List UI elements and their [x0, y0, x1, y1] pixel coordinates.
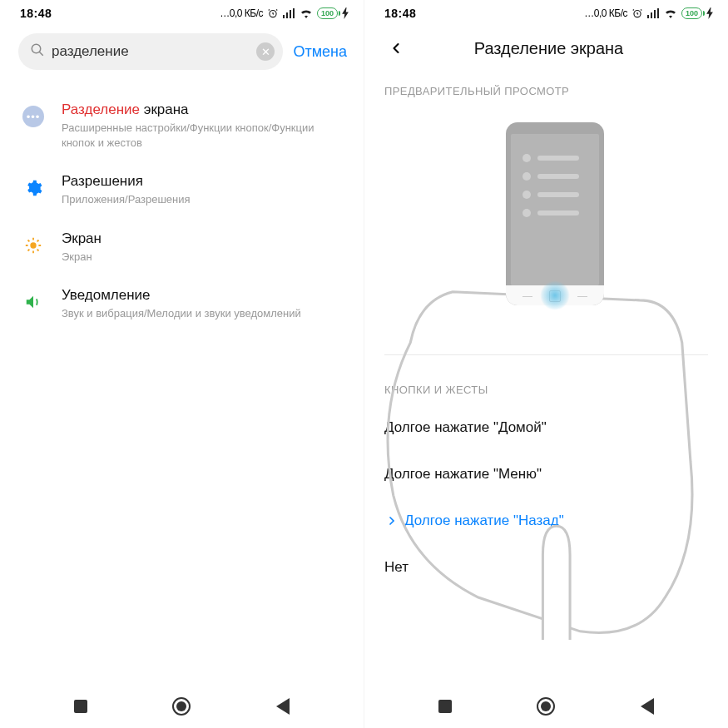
- search-box[interactable]: ✕: [18, 33, 283, 70]
- status-time: 18:48: [384, 7, 416, 20]
- status-bar: 18:48 …0,0 КБ/с 100: [364, 0, 728, 25]
- page-title: Разделение экрана: [383, 39, 715, 58]
- result-subtitle: Расширенные настройки/Функции кнопок/Фун…: [62, 121, 347, 150]
- option-label: Долгое нажатие "Домой": [384, 419, 708, 436]
- wifi-icon: [300, 8, 313, 18]
- svg-point-5: [32, 44, 41, 53]
- highlighted-text: Разделение: [62, 102, 140, 117]
- result-title: Разделение экрана: [62, 102, 347, 118]
- check-icon: [384, 513, 399, 528]
- more-icon: •••: [22, 106, 44, 127]
- search-result-notification[interactable]: Уведомление Звук и вибрация/Мелодии и зв…: [18, 275, 347, 333]
- search-result-screen[interactable]: Экран Экран: [18, 219, 347, 276]
- option-long-press-menu[interactable]: Долгое нажатие "Меню": [384, 451, 708, 498]
- touch-indicator-icon: [540, 280, 570, 310]
- result-title: Уведомление: [62, 287, 347, 304]
- search-icon: [30, 42, 45, 61]
- navigation-bar: [0, 688, 364, 728]
- option-label: Долгое нажатие "Меню": [384, 466, 708, 483]
- alarm-icon: [631, 7, 643, 19]
- nav-recents-button[interactable]: [435, 696, 455, 716]
- cancel-button[interactable]: Отмена: [290, 43, 350, 61]
- option-none[interactable]: Нет: [384, 544, 708, 591]
- result-subtitle: Экран: [62, 250, 347, 265]
- charging-icon: [342, 7, 349, 19]
- nav-recents-button[interactable]: [71, 696, 91, 716]
- svg-rect-11: [657, 8, 659, 18]
- status-indicators: …0,0 КБ/с 100: [220, 7, 349, 19]
- nav-home-button[interactable]: [536, 696, 556, 716]
- status-speed: 0,0 КБ/с: [594, 7, 627, 19]
- option-long-press-home[interactable]: Долгое нажатие "Домой": [384, 404, 708, 451]
- status-bar: 18:48 …0,0 КБ/с 100: [0, 0, 364, 25]
- alarm-icon: [267, 7, 279, 19]
- search-result-split-screen[interactable]: ••• Разделение экрана Расширенные настро…: [18, 90, 347, 161]
- gesture-preview: [384, 106, 708, 355]
- signal-icon: [283, 8, 295, 18]
- nav-back-button[interactable]: [637, 696, 657, 716]
- option-long-press-back[interactable]: Долгое нажатие "Назад": [384, 498, 708, 544]
- clear-search-button[interactable]: ✕: [256, 42, 275, 61]
- volume-icon: [24, 293, 42, 311]
- svg-rect-1: [283, 15, 285, 18]
- svg-rect-9: [651, 12, 652, 18]
- option-label: Нет: [384, 559, 708, 576]
- status-speed: 0,0 КБ/с: [230, 7, 263, 19]
- gear-icon: [24, 179, 42, 197]
- battery-icon: 100: [681, 7, 702, 19]
- battery-icon: 100: [317, 7, 338, 19]
- nav-back-button[interactable]: [273, 696, 293, 716]
- status-indicators: …0,0 КБ/с 100: [584, 7, 713, 19]
- svg-rect-3: [290, 10, 291, 18]
- svg-rect-10: [654, 10, 656, 18]
- result-rest: экрана: [140, 102, 189, 117]
- status-time: 18:48: [20, 7, 52, 20]
- search-input[interactable]: [52, 43, 256, 60]
- svg-rect-8: [647, 15, 649, 18]
- result-subtitle: Звук и вибрация/Мелодии и звуки уведомле…: [62, 306, 347, 321]
- svg-point-6: [30, 242, 36, 248]
- svg-rect-2: [286, 12, 288, 18]
- signal-icon: [647, 8, 660, 18]
- result-subtitle: Приложения/Разрешения: [62, 192, 347, 207]
- result-title: Экран: [62, 230, 347, 247]
- search-result-permissions[interactable]: Разрешения Приложения/Разрешения: [18, 161, 347, 219]
- result-title: Разрешения: [62, 173, 347, 190]
- navigation-bar: [364, 688, 728, 728]
- svg-rect-4: [293, 8, 295, 18]
- wifi-icon: [664, 8, 677, 18]
- sun-icon: [24, 236, 42, 255]
- nav-home-button[interactable]: [171, 696, 191, 716]
- gestures-section-label: КНОПКИ И ЖЕСТЫ: [364, 369, 728, 404]
- option-label: Долгое нажатие "Назад": [404, 513, 708, 529]
- preview-section-label: ПРЕДВАРИТЕЛЬНЫЙ ПРОСМОТР: [364, 70, 728, 106]
- charging-icon: [706, 7, 713, 19]
